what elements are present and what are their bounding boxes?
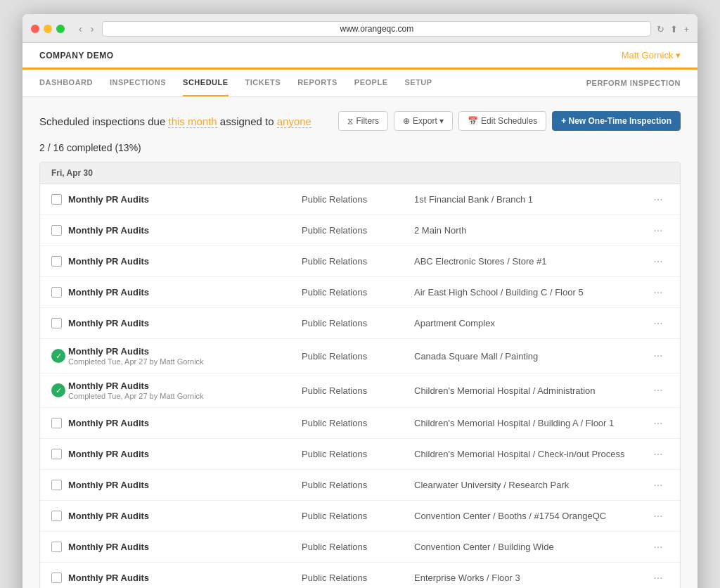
browser-chrome: ‹ › www.orangeqc.com ↻ ⬆ +: [22, 14, 698, 43]
row-check[interactable]: [51, 418, 68, 428]
checkbox[interactable]: [51, 542, 62, 552]
title-prefix: Scheduled inspections due: [39, 115, 168, 127]
minimize-button[interactable]: [44, 25, 52, 33]
nav-setup[interactable]: SETUP: [404, 70, 432, 96]
row-location: 2 Main North: [414, 225, 648, 236]
row-menu-button[interactable]: ···: [648, 384, 669, 397]
row-category: Public Relations: [302, 256, 414, 267]
add-tab-icon[interactable]: +: [683, 24, 689, 34]
row-title: Monthly PR Audits: [68, 346, 302, 357]
checkbox[interactable]: [51, 449, 62, 459]
row-title: Monthly PR Audits: [68, 381, 302, 391]
checkbox[interactable]: [51, 511, 62, 521]
row-check[interactable]: [51, 511, 68, 521]
assign-filter-link[interactable]: anyone: [277, 115, 311, 128]
filters-button[interactable]: ⧖ Filters: [338, 111, 388, 131]
user-menu[interactable]: Matt Gornick ▾: [622, 50, 681, 60]
row-menu-button[interactable]: ···: [648, 224, 669, 237]
table-row: Monthly PR Audits Public Relations Conve…: [40, 532, 680, 563]
row-check[interactable]: [51, 194, 68, 205]
row-menu-button[interactable]: ···: [648, 193, 669, 206]
row-category: Public Relations: [302, 225, 414, 236]
nav-tickets[interactable]: TICKETS: [245, 70, 281, 96]
forward-button[interactable]: ›: [88, 22, 97, 36]
checkbox[interactable]: [51, 480, 62, 490]
row-menu-button[interactable]: ···: [648, 572, 669, 584]
row-location: Convention Center / Booths / #1754 Orang…: [414, 511, 648, 521]
row-main: Monthly PR Audits: [68, 287, 302, 298]
new-inspection-button[interactable]: + New One-Time Inspection: [552, 111, 681, 131]
row-menu-button[interactable]: ···: [648, 317, 669, 330]
row-location: Apartment Complex: [414, 318, 648, 328]
row-menu-button[interactable]: ···: [648, 286, 669, 299]
row-check[interactable]: [51, 480, 68, 490]
traffic-lights: [31, 25, 65, 33]
row-menu-button[interactable]: ···: [648, 255, 669, 268]
edit-schedules-label: Edit Schedules: [481, 116, 537, 126]
app-header: COMPANY DEMO Matt Gornick ▾: [22, 43, 698, 70]
row-check[interactable]: [51, 287, 68, 298]
maximize-button[interactable]: [56, 25, 65, 33]
row-category: Public Relations: [302, 194, 414, 205]
row-check[interactable]: [51, 573, 68, 583]
row-check[interactable]: ✓: [51, 349, 68, 363]
filter-icon: ⧖: [347, 116, 353, 126]
row-subtitle: Completed Tue, Apr 27 by Matt Gornick: [68, 392, 302, 400]
row-menu-button[interactable]: ···: [648, 417, 669, 430]
checkbox[interactable]: [51, 225, 62, 236]
row-menu-button[interactable]: ···: [648, 541, 669, 554]
back-button[interactable]: ‹: [76, 22, 85, 36]
nav-people[interactable]: PEOPLE: [354, 70, 388, 96]
row-main: Monthly PR Audits: [68, 256, 302, 267]
row-check[interactable]: [51, 318, 68, 328]
checkbox[interactable]: [51, 194, 62, 205]
row-category: Public Relations: [302, 511, 414, 521]
browser-actions: ↻ ⬆ +: [657, 24, 689, 34]
row-location: Clearwater University / Research Park: [414, 480, 648, 490]
row-title: Monthly PR Audits: [68, 542, 302, 552]
row-title: Monthly PR Audits: [68, 418, 302, 428]
row-check[interactable]: [51, 542, 68, 552]
row-category: Public Relations: [302, 449, 414, 459]
row-check[interactable]: [51, 225, 68, 236]
row-main: Monthly PR Audits: [68, 573, 302, 583]
nav-reports[interactable]: REPORTS: [297, 70, 338, 96]
row-check[interactable]: ✓: [51, 383, 68, 397]
time-filter-link[interactable]: this month: [168, 115, 217, 128]
checkbox[interactable]: [51, 318, 62, 328]
export-button[interactable]: ⊕ Export ▾: [394, 111, 453, 131]
row-main: Monthly PR Audits: [68, 511, 302, 521]
close-button[interactable]: [31, 25, 39, 33]
company-name: COMPANY DEMO: [39, 51, 114, 60]
row-menu-button[interactable]: ···: [648, 350, 669, 362]
checkbox[interactable]: [51, 418, 62, 428]
row-menu-button[interactable]: ···: [648, 510, 669, 523]
url-bar[interactable]: www.orangeqc.com: [102, 21, 651, 37]
row-check[interactable]: [51, 449, 68, 459]
row-location: Children's Memorial Hospital / Building …: [414, 418, 648, 428]
row-menu-button[interactable]: ···: [648, 479, 669, 492]
reload-icon[interactable]: ↻: [657, 24, 664, 34]
row-location: Children's Memorial Hospital / Administr…: [414, 385, 648, 396]
row-main: Monthly PR Audits: [68, 542, 302, 552]
perform-inspection-link[interactable]: PERFORM INSPECTION: [586, 79, 681, 87]
nav-dashboard[interactable]: DASHBOARD: [39, 70, 93, 96]
row-main: Monthly PR Audits: [68, 449, 302, 459]
edit-schedules-button[interactable]: 📅 Edit Schedules: [458, 111, 546, 131]
row-location: 1st Financial Bank / Branch 1: [414, 194, 648, 205]
share-icon[interactable]: ⬆: [670, 24, 678, 34]
table-row: ✓ Monthly PR Audits Completed Tue, Apr 2…: [40, 373, 680, 408]
checkbox[interactable]: [51, 256, 62, 267]
table-row: Monthly PR Audits Public Relations Clear…: [40, 470, 680, 501]
row-menu-button[interactable]: ···: [648, 448, 669, 461]
row-title: Monthly PR Audits: [68, 256, 302, 267]
nav-schedule[interactable]: SCHEDULE: [183, 70, 229, 96]
checkbox[interactable]: [51, 287, 62, 298]
nav-inspections[interactable]: INSPECTIONS: [110, 70, 166, 96]
row-check[interactable]: [51, 256, 68, 267]
checkbox[interactable]: [51, 573, 62, 583]
table-row: Monthly PR Audits Public Relations ABC E…: [40, 246, 680, 277]
row-title: Monthly PR Audits: [68, 480, 302, 490]
filters-label: Filters: [356, 116, 379, 126]
filter-bar: Scheduled inspections due this month ass…: [39, 111, 681, 131]
